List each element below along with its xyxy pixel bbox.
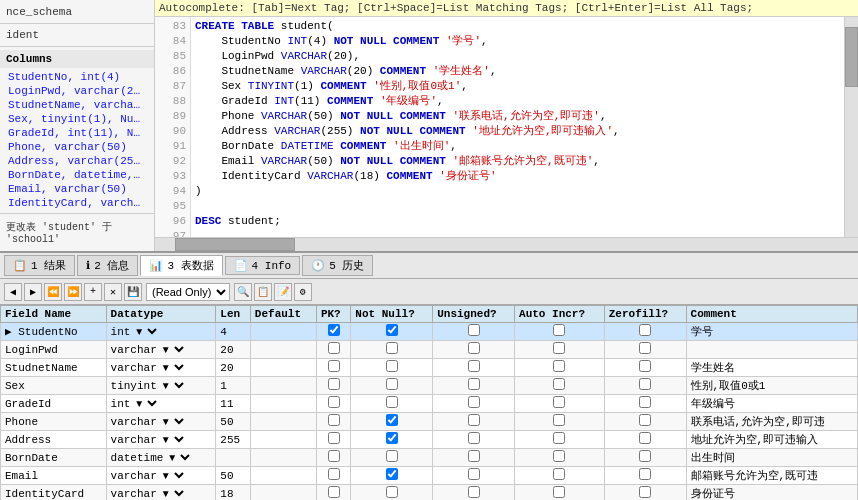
notnull-checkbox[interactable]: [386, 342, 398, 354]
toolbar-icon-add[interactable]: +: [84, 283, 102, 301]
datatype-select[interactable]: ▼: [157, 343, 187, 356]
cell-datatype[interactable]: varchar▼: [106, 431, 216, 449]
notnull-checkbox[interactable]: [386, 468, 398, 480]
column-item-7[interactable]: BornDate, datetime, Nulla: [0, 168, 154, 182]
cell-autoinc[interactable]: [515, 431, 605, 449]
tab-results[interactable]: 📋 1 结果: [4, 255, 75, 276]
datatype-select[interactable]: ▼: [157, 379, 187, 392]
notnull-checkbox[interactable]: [386, 414, 398, 426]
cell-unsigned[interactable]: [433, 413, 515, 431]
notnull-checkbox[interactable]: [386, 378, 398, 390]
cell-datatype[interactable]: varchar▼: [106, 341, 216, 359]
cell-zerofill[interactable]: [604, 485, 686, 501]
column-item-9[interactable]: IdentityCard, varchar(18),: [0, 196, 154, 210]
cell-pk[interactable]: [316, 341, 350, 359]
cell-default[interactable]: [250, 431, 316, 449]
cell-default[interactable]: [250, 395, 316, 413]
table-row[interactable]: BornDate datetime▼ 出生时间: [1, 449, 858, 467]
cell-field-name[interactable]: Email: [1, 467, 107, 485]
toolbar-icon-8[interactable]: ⚙: [294, 283, 312, 301]
column-item-8[interactable]: Email, varchar(50): [0, 182, 154, 196]
cell-len[interactable]: 4: [216, 323, 250, 341]
cell-default[interactable]: [250, 377, 316, 395]
cell-len[interactable]: 255: [216, 431, 250, 449]
notnull-checkbox[interactable]: [386, 324, 398, 336]
code-text[interactable]: CREATE TABLE student( StudentNo INT(4) N…: [191, 17, 844, 237]
column-item-3[interactable]: Sex, tinyint(1), Nullable: [0, 112, 154, 126]
cell-pk[interactable]: [316, 413, 350, 431]
cell-pk[interactable]: [316, 359, 350, 377]
cell-len[interactable]: 1: [216, 377, 250, 395]
cell-pk[interactable]: [316, 485, 350, 501]
cell-field-name[interactable]: Sex: [1, 377, 107, 395]
cell-pk[interactable]: [316, 395, 350, 413]
zerofill-checkbox[interactable]: [639, 342, 651, 354]
datatype-select[interactable]: ▼: [157, 361, 187, 374]
toolbar-icon-6[interactable]: 📋: [254, 283, 272, 301]
notnull-checkbox[interactable]: [386, 360, 398, 372]
cell-field-name[interactable]: IdentityCard: [1, 485, 107, 501]
cell-notnull[interactable]: [351, 449, 433, 467]
table-row[interactable]: IdentityCard varchar▼ 18 身份证号: [1, 485, 858, 501]
unsigned-checkbox[interactable]: [468, 342, 480, 354]
cell-default[interactable]: [250, 341, 316, 359]
pk-checkbox[interactable]: [328, 378, 340, 390]
cell-notnull[interactable]: [351, 413, 433, 431]
cell-len[interactable]: 18: [216, 485, 250, 501]
unsigned-checkbox[interactable]: [468, 432, 480, 444]
pk-checkbox[interactable]: [328, 396, 340, 408]
cell-unsigned[interactable]: [433, 359, 515, 377]
notnull-checkbox[interactable]: [386, 396, 398, 408]
column-item-6[interactable]: Address, varchar(255): [0, 154, 154, 168]
cell-datatype[interactable]: varchar▼: [106, 413, 216, 431]
toolbar-icon-7[interactable]: 📝: [274, 283, 292, 301]
cell-zerofill[interactable]: [604, 431, 686, 449]
horizontal-scrollbar[interactable]: [155, 237, 858, 251]
cell-autoinc[interactable]: [515, 485, 605, 501]
cell-default[interactable]: [250, 449, 316, 467]
toolbar-icon-2[interactable]: ▶: [24, 283, 42, 301]
cell-datatype[interactable]: varchar▼: [106, 485, 216, 501]
cell-default[interactable]: [250, 413, 316, 431]
zerofill-checkbox[interactable]: [639, 378, 651, 390]
cell-notnull[interactable]: [351, 359, 433, 377]
zerofill-checkbox[interactable]: [639, 450, 651, 462]
cell-notnull[interactable]: [351, 377, 433, 395]
cell-field-name[interactable]: Address: [1, 431, 107, 449]
cell-zerofill[interactable]: [604, 323, 686, 341]
autoinc-checkbox[interactable]: [553, 486, 565, 498]
cell-zerofill[interactable]: [604, 413, 686, 431]
notnull-checkbox[interactable]: [386, 486, 398, 498]
cell-datatype[interactable]: varchar▼: [106, 359, 216, 377]
unsigned-checkbox[interactable]: [468, 324, 480, 336]
unsigned-checkbox[interactable]: [468, 468, 480, 480]
autoinc-checkbox[interactable]: [553, 324, 565, 336]
cell-unsigned[interactable]: [433, 341, 515, 359]
toolbar-icon-3[interactable]: ⏪: [44, 283, 62, 301]
cell-field-name[interactable]: LoginPwd: [1, 341, 107, 359]
unsigned-checkbox[interactable]: [468, 396, 480, 408]
pk-checkbox[interactable]: [328, 432, 340, 444]
toolbar-icon-save[interactable]: 💾: [124, 283, 142, 301]
pk-checkbox[interactable]: [328, 486, 340, 498]
datatype-select[interactable]: ▼: [157, 433, 187, 446]
unsigned-checkbox[interactable]: [468, 450, 480, 462]
pk-checkbox[interactable]: [328, 414, 340, 426]
cell-notnull[interactable]: [351, 323, 433, 341]
pk-checkbox[interactable]: [328, 360, 340, 372]
datatype-select[interactable]: ▼: [130, 397, 160, 410]
datatype-select[interactable]: ▼: [163, 451, 193, 464]
cell-field-name[interactable]: StudnetName: [1, 359, 107, 377]
cell-datatype[interactable]: datetime▼: [106, 449, 216, 467]
table-row[interactable]: StudnetName varchar▼ 20 学生姓名: [1, 359, 858, 377]
autoinc-checkbox[interactable]: [553, 342, 565, 354]
cell-datatype[interactable]: tinyint▼: [106, 377, 216, 395]
pk-checkbox[interactable]: [328, 324, 340, 336]
cell-default[interactable]: [250, 359, 316, 377]
notnull-checkbox[interactable]: [386, 450, 398, 462]
cell-autoinc[interactable]: [515, 413, 605, 431]
cell-unsigned[interactable]: [433, 467, 515, 485]
cell-len[interactable]: 11: [216, 395, 250, 413]
cell-datatype[interactable]: int▼: [106, 395, 216, 413]
cell-unsigned[interactable]: [433, 377, 515, 395]
